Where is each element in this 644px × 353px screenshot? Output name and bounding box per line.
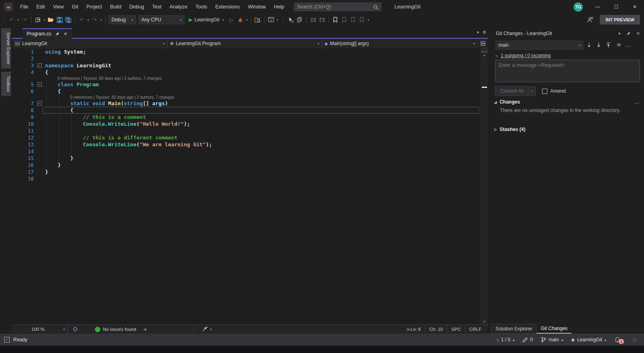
redo-dropdown[interactable]: ▾	[99, 18, 103, 22]
codelens-info[interactable]: 0 references | Taysser, 83 days ago | 2 …	[12, 95, 481, 100]
collapse-icon[interactable]: ◢	[494, 100, 497, 104]
stashes-section-header[interactable]: ▷ Stashes (4)	[494, 127, 640, 132]
pin-icon[interactable]	[55, 32, 60, 36]
menu-tools[interactable]: Tools	[192, 4, 211, 10]
platform-combo[interactable]: Any CPU▾	[138, 15, 184, 24]
fold-marker[interactable]: −	[34, 62, 45, 69]
start-without-debugging-icon[interactable]: ▷	[227, 15, 235, 24]
code-line-5[interactable]: 5− class Program	[12, 81, 481, 88]
fetch-icon[interactable]	[587, 42, 593, 48]
configuration-combo[interactable]: Debug▾	[109, 15, 136, 24]
column-indicator[interactable]: Ch: 10	[425, 325, 447, 334]
project-dropdown[interactable]: C# LearningGit▾	[12, 39, 167, 48]
code-line-18[interactable]: 18	[12, 175, 481, 182]
code-line-10[interactable]: 10 Console.WriteLine("Hello World!");	[12, 120, 481, 127]
minimize-button[interactable]: —	[588, 0, 607, 14]
menu-debug[interactable]: Debug	[125, 4, 148, 10]
document-tab-program-cs[interactable]: Program.cs ✕	[23, 28, 72, 39]
fold-marker[interactable]: −	[34, 100, 45, 107]
account-avatar[interactable]: TG	[574, 2, 583, 12]
expand-icon[interactable]: ▷	[494, 128, 497, 131]
refresh-icon[interactable]: ⟳	[616, 42, 622, 48]
outgoing-incoming-link[interactable]: 1 outgoing / 0 incoming	[501, 53, 551, 58]
document-list-dropdown[interactable]: ▾	[477, 30, 479, 35]
amend-checkbox[interactable]	[542, 89, 547, 94]
menu-edit[interactable]: Edit	[32, 4, 49, 10]
menu-git[interactable]: Git	[68, 4, 83, 10]
menu-help[interactable]: Help	[270, 4, 288, 10]
int-preview-button[interactable]: INT PREVIEW	[600, 15, 640, 25]
scroll-up-icon[interactable]: ▲	[481, 53, 488, 57]
code-line-7[interactable]: 7− static void Main(string[] args)	[12, 100, 481, 107]
new-project-dropdown[interactable]: ▾	[42, 18, 46, 22]
navigate-forward-icon[interactable]: ↷	[21, 15, 29, 24]
resize-grip[interactable]	[633, 338, 637, 342]
find-in-files-icon[interactable]	[254, 15, 262, 24]
toolbar-grip[interactable]	[3, 16, 5, 23]
indent-increase-icon[interactable]	[318, 15, 326, 24]
menu-window[interactable]: Window	[244, 4, 270, 10]
select-pointer-icon[interactable]	[287, 15, 295, 24]
search-input[interactable]: Search (Ctrl+Q)	[294, 2, 382, 11]
server-explorer-tab[interactable]: Server Explorer	[1, 28, 11, 69]
intellicode-icon[interactable]	[71, 325, 80, 334]
branch-selector[interactable]: main▾	[495, 40, 584, 50]
current-branch-button[interactable]: main ▴	[541, 337, 563, 343]
pin-icon[interactable]	[626, 31, 631, 36]
vertical-scrollbar[interactable]: ▲ ▼	[481, 48, 488, 324]
whitespace-indicator[interactable]: SPC	[447, 325, 465, 334]
split-window-icon[interactable]	[478, 39, 488, 48]
code-editor[interactable]: 1using System;23−namespace LearningGit4{…	[12, 48, 488, 324]
code-cleanup-button[interactable]: ▾	[198, 325, 216, 334]
panel-menu-dropdown[interactable]: ▾	[618, 31, 621, 36]
code-line-13[interactable]: 13 Console.WriteLine("We are learning Gi…	[12, 141, 481, 148]
hot-reload-icon[interactable]	[236, 15, 244, 24]
codelens-info[interactable]: 0 references | Taysser, 83 days ago | 2 …	[12, 76, 481, 81]
search-icon[interactable]	[373, 4, 378, 10]
split-editor-handle[interactable]	[481, 48, 488, 52]
undo-icon[interactable]: ↶	[78, 15, 86, 24]
open-file-icon[interactable]	[47, 15, 55, 24]
document-outline-icon[interactable]	[296, 15, 304, 24]
commit-message-input[interactable]: Enter a message <Required>	[495, 60, 640, 82]
bookmark-overflow-dropdown[interactable]: ▾	[366, 18, 370, 22]
code-line-9[interactable]: 9 // this is a comment	[12, 114, 481, 120]
current-repo-button[interactable]: ◈ LearningGit ▴	[571, 337, 606, 343]
solution-explorer-home-icon[interactable]	[267, 15, 275, 24]
type-dropdown[interactable]: ❖ LearningGit.Program▾	[167, 39, 322, 48]
unpushed-edits-button[interactable]: 0	[522, 337, 533, 343]
pull-icon[interactable]	[597, 42, 603, 48]
git-changes-tab[interactable]: Git Changes	[537, 324, 572, 334]
panel-title-bar[interactable]: Git Changes - LearningGit ▾ ✕	[496, 29, 640, 38]
code-line-1[interactable]: 1using System;	[12, 48, 481, 55]
save-icon[interactable]	[56, 15, 64, 24]
health-indicator[interactable]: ✓ No issues found	[81, 325, 150, 334]
close-panel-icon[interactable]: ✕	[636, 31, 640, 36]
notifications-button[interactable]: 1	[614, 336, 622, 343]
redo-icon[interactable]: ↷	[91, 15, 99, 24]
toggle-bookmark-icon[interactable]	[331, 15, 339, 24]
code-line-14[interactable]: 14	[12, 148, 481, 155]
menu-file[interactable]: File	[16, 4, 32, 10]
undo-dropdown[interactable]: ▾	[86, 18, 90, 22]
more-actions-icon[interactable]: …	[625, 42, 632, 48]
code-line-2[interactable]: 2	[12, 55, 481, 62]
hscroll-left-icon[interactable]: ◀	[143, 327, 146, 331]
commit-all-button[interactable]: Commit All	[495, 86, 528, 96]
code-line-16[interactable]: 16 }	[12, 162, 481, 168]
scroll-down-icon[interactable]: ▼	[481, 320, 488, 324]
fold-marker[interactable]: −	[34, 81, 45, 88]
tab-well-options-icon[interactable]: ⚙	[482, 30, 486, 35]
code-line-11[interactable]: 11	[12, 127, 481, 134]
toolbar-grip[interactable]	[283, 16, 284, 23]
maximize-button[interactable]: ☐	[607, 0, 625, 14]
hot-reload-dropdown[interactable]: ▾	[245, 18, 249, 22]
code-line-3[interactable]: 3−namespace LearningGit	[12, 62, 481, 69]
next-bookmark-icon[interactable]	[349, 15, 357, 24]
code-line-8[interactable]: 8 {	[12, 107, 481, 114]
previous-bookmark-icon[interactable]	[340, 15, 348, 24]
indent-decrease-icon[interactable]	[309, 15, 317, 24]
member-dropdown[interactable]: ◆ Main(string[] args)▾	[322, 39, 477, 48]
changes-section-header[interactable]: ◢ Changes …	[494, 99, 640, 105]
line-indicator[interactable]: Ln: 8	[406, 325, 425, 334]
